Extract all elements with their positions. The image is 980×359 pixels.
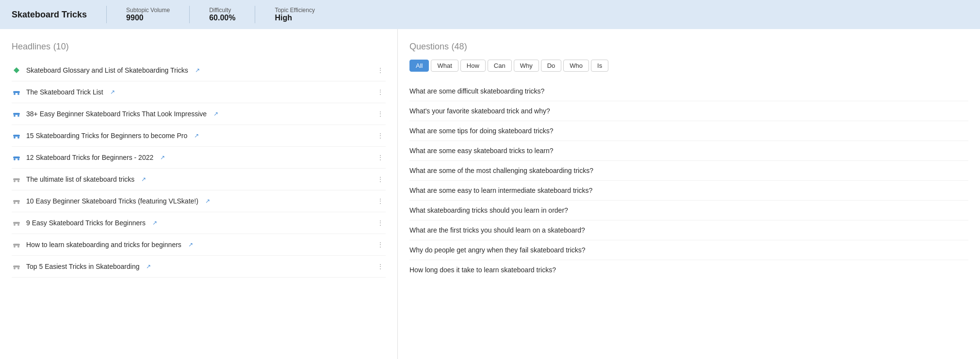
list-item: What are the first tricks you should lea… bbox=[409, 220, 968, 240]
external-link-icon[interactable]: ↗ bbox=[152, 219, 157, 226]
external-link-icon[interactable]: ↗ bbox=[160, 154, 165, 161]
svg-rect-0 bbox=[13, 91, 20, 93]
external-link-icon[interactable]: ↗ bbox=[194, 132, 199, 139]
sort-icon[interactable]: ⋮ bbox=[375, 130, 386, 141]
filter-tab-can[interactable]: Can bbox=[488, 60, 512, 72]
svg-point-14 bbox=[17, 180, 19, 182]
filter-tab-all[interactable]: All bbox=[409, 60, 429, 72]
filter-tab-why[interactable]: Why bbox=[514, 60, 539, 72]
external-link-icon[interactable]: ↗ bbox=[141, 176, 146, 183]
sort-icon[interactable]: ⋮ bbox=[375, 261, 386, 272]
page-title: Skateboard Tricks bbox=[12, 10, 87, 20]
sort-icon[interactable]: ⋮ bbox=[375, 152, 386, 163]
list-item: 10 Easy Beginner Skateboard Tricks (feat… bbox=[12, 190, 386, 212]
headlines-section-title: Headlines (10) bbox=[12, 41, 386, 52]
serp-icon bbox=[12, 109, 21, 119]
serp-icon bbox=[12, 87, 21, 97]
svg-rect-6 bbox=[13, 135, 20, 137]
filter-tab-what[interactable]: What bbox=[431, 60, 458, 72]
svg-point-4 bbox=[14, 115, 16, 117]
svg-point-19 bbox=[14, 224, 16, 226]
list-item: What are some of the most challenging sk… bbox=[409, 161, 968, 181]
main-content: Headlines (10) Skateboard Glossary and L… bbox=[0, 29, 980, 359]
list-item: What are some easy skateboard tricks to … bbox=[409, 141, 968, 161]
svg-rect-9 bbox=[13, 156, 20, 158]
svg-point-10 bbox=[14, 158, 16, 160]
svg-point-17 bbox=[17, 202, 19, 204]
list-item: How long does it take to learn skateboar… bbox=[409, 260, 968, 280]
headline-text: 10 Easy Beginner Skateboard Tricks (feat… bbox=[26, 197, 198, 205]
filter-tabs: All What How Can Why Do Who Is bbox=[409, 60, 968, 72]
list-item: 9 Easy Skateboard Tricks for Beginners ↗… bbox=[12, 212, 386, 234]
serp-icon bbox=[12, 262, 21, 271]
list-item: Skateboard Glossary and List of Skateboa… bbox=[12, 60, 386, 81]
divider2 bbox=[189, 6, 190, 23]
svg-rect-15 bbox=[13, 200, 20, 202]
sort-icon[interactable]: ⋮ bbox=[375, 86, 386, 98]
subtopic-volume-metric: Subtopic Volume 9900 bbox=[126, 7, 170, 22]
filter-tab-who[interactable]: Who bbox=[563, 60, 589, 72]
list-item: Why do people get angry when they fail s… bbox=[409, 240, 968, 260]
headline-text: The Skateboard Trick List bbox=[26, 88, 103, 96]
list-item: 12 Skateboard Tricks for Beginners - 202… bbox=[12, 147, 386, 169]
headline-text: 15 Skateboarding Tricks for Beginners to… bbox=[26, 132, 187, 140]
svg-point-22 bbox=[14, 246, 16, 248]
filter-tab-is[interactable]: Is bbox=[591, 60, 608, 72]
list-item: 15 Skateboarding Tricks for Beginners to… bbox=[12, 125, 386, 147]
list-item: What are some tips for doing skateboard … bbox=[409, 121, 968, 141]
sort-icon[interactable]: ⋮ bbox=[375, 217, 386, 229]
list-item: What's your favorite skateboard trick an… bbox=[409, 101, 968, 121]
headline-text: Skateboard Glossary and List of Skateboa… bbox=[26, 66, 188, 74]
serp-icon bbox=[12, 131, 21, 140]
headline-text: The ultimate list of skateboard tricks bbox=[26, 175, 134, 183]
filter-tab-how[interactable]: How bbox=[460, 60, 486, 72]
external-link-icon[interactable]: ↗ bbox=[195, 67, 200, 74]
filter-tab-do[interactable]: Do bbox=[541, 60, 562, 72]
svg-point-11 bbox=[17, 158, 19, 160]
svg-rect-21 bbox=[13, 244, 20, 246]
headline-text: 12 Skateboard Tricks for Beginners - 202… bbox=[26, 154, 153, 161]
subtopic-volume-label: Subtopic Volume bbox=[126, 7, 170, 14]
svg-point-5 bbox=[17, 115, 19, 117]
serp-icon bbox=[12, 174, 21, 184]
sort-icon[interactable]: ⋮ bbox=[375, 239, 386, 250]
list-item: What are some difficult skateboarding tr… bbox=[409, 81, 968, 101]
difficulty-metric: Difficulty 60.00% bbox=[209, 7, 235, 22]
external-link-icon[interactable]: ↗ bbox=[213, 110, 218, 117]
svg-rect-12 bbox=[13, 178, 20, 180]
questions-panel: Questions (48) All What How Can Why Do W… bbox=[398, 29, 980, 359]
svg-point-20 bbox=[17, 224, 19, 226]
headline-text: 9 Easy Skateboard Tricks for Beginners bbox=[26, 219, 146, 227]
list-item: Top 5 Easiest Tricks in Skateboarding ↗ … bbox=[12, 256, 386, 278]
svg-rect-18 bbox=[13, 222, 20, 224]
sort-icon[interactable]: ⋮ bbox=[375, 195, 386, 207]
topic-efficiency-label: Topic Efficiency bbox=[275, 7, 314, 14]
list-item: What skateboarding tricks should you lea… bbox=[409, 201, 968, 220]
headline-text: Top 5 Easiest Tricks in Skateboarding bbox=[26, 263, 139, 270]
svg-point-7 bbox=[14, 137, 16, 139]
external-link-icon[interactable]: ↗ bbox=[188, 241, 193, 248]
serp-icon bbox=[12, 240, 21, 250]
sort-icon[interactable]: ⋮ bbox=[375, 64, 386, 76]
difficulty-value: 60.00% bbox=[209, 14, 235, 22]
questions-section-title: Questions (48) bbox=[409, 41, 968, 52]
external-link-icon[interactable]: ↗ bbox=[146, 263, 151, 270]
subtopic-volume-value: 9900 bbox=[126, 14, 170, 22]
sort-icon[interactable]: ⋮ bbox=[375, 173, 386, 185]
divider bbox=[106, 6, 107, 23]
svg-point-13 bbox=[14, 180, 16, 182]
difficulty-label: Difficulty bbox=[209, 7, 235, 14]
list-item: The Skateboard Trick List ↗ ⋮ bbox=[12, 81, 386, 103]
serp-icon bbox=[12, 65, 21, 75]
divider3 bbox=[255, 6, 255, 23]
external-link-icon[interactable]: ↗ bbox=[110, 89, 115, 95]
sort-icon[interactable]: ⋮ bbox=[375, 108, 386, 120]
serp-icon bbox=[12, 196, 21, 206]
svg-point-23 bbox=[17, 246, 19, 248]
serp-icon bbox=[12, 218, 21, 228]
headlines-panel: Headlines (10) Skateboard Glossary and L… bbox=[0, 29, 398, 359]
svg-point-26 bbox=[17, 267, 19, 269]
external-link-icon[interactable]: ↗ bbox=[205, 198, 210, 204]
svg-point-2 bbox=[17, 93, 19, 95]
svg-rect-24 bbox=[13, 265, 20, 267]
